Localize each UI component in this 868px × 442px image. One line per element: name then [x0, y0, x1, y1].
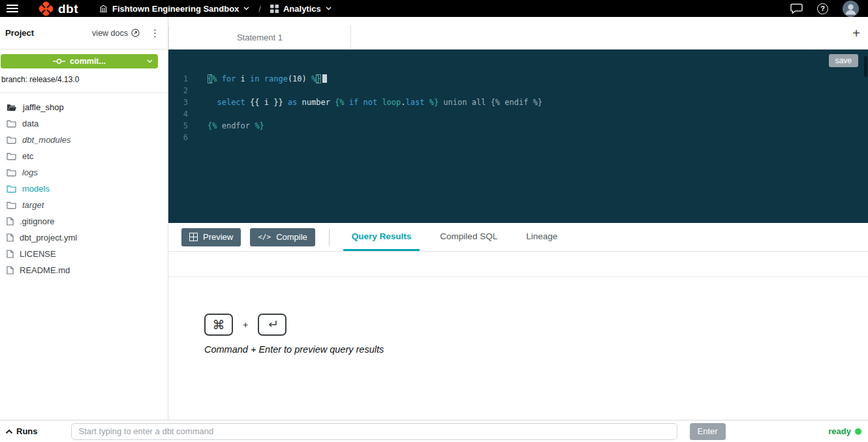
code-token: loop	[382, 98, 401, 107]
code-token: {%	[208, 121, 217, 130]
code-lines[interactable]: {% for i in range(10) %} select {{ i }} …	[193, 73, 542, 223]
code-token: i	[236, 74, 250, 83]
folder-icon	[7, 184, 16, 193]
tree-item-label: README.md	[20, 265, 70, 275]
shortcut-keys: ⌘ +	[204, 314, 287, 336]
project-name: Analytics	[283, 4, 321, 14]
code-line: {% for i in range(10) %}	[208, 73, 542, 85]
tree-item-gitignore[interactable]: .gitignore	[0, 213, 168, 229]
code-token: for	[222, 74, 236, 83]
code-token: {{ i }}	[245, 98, 288, 107]
code-token: range	[264, 74, 288, 83]
folder-icon	[7, 201, 16, 209]
editor-scrollbar[interactable]	[864, 56, 867, 77]
compile-button[interactable]: </> Compile	[250, 228, 315, 246]
code-token: (10)	[288, 74, 307, 83]
avatar[interactable]	[843, 1, 859, 17]
tree-item-etc[interactable]: etc	[0, 148, 168, 164]
tree-item-label: data	[22, 119, 39, 128]
commit-dropdown-chevron[interactable]	[147, 59, 153, 63]
add-tab-button[interactable]: +	[852, 25, 860, 41]
folder-open-icon	[7, 103, 17, 111]
save-button[interactable]: save	[829, 54, 858, 67]
code-token	[208, 98, 217, 107]
code-token	[424, 98, 429, 107]
tree-item-label: LICENSE	[20, 249, 56, 259]
results-tabs: Query Results Compiled SQL Lineage	[343, 223, 578, 251]
code-token: select	[217, 98, 245, 107]
sidebar-title: Project	[5, 28, 34, 38]
code-token	[345, 98, 349, 107]
tab-lineage[interactable]: Lineage	[518, 223, 566, 251]
tab-statement-1[interactable]: Statement 1	[168, 25, 351, 49]
chevron-down-icon	[147, 59, 153, 63]
view-docs-label: view docs	[92, 29, 128, 38]
building-icon	[99, 5, 108, 13]
runs-toggle[interactable]: Runs	[5, 426, 38, 436]
code-token: {%	[335, 98, 344, 107]
tree-item-dbt-modules[interactable]: dbt_modules	[0, 132, 168, 148]
tree-item-label: logs	[22, 168, 38, 177]
code-token: .	[401, 98, 405, 107]
tab-label: Statement 1	[237, 33, 283, 42]
tree-item-models[interactable]: models	[0, 181, 168, 197]
chat-icon[interactable]	[790, 3, 803, 14]
tree-item-readme-md[interactable]: README.md	[0, 262, 168, 278]
hamburger-menu-icon[interactable]	[7, 5, 18, 12]
code-area[interactable]: 123456 {% for i in range(10) %} select {…	[168, 73, 868, 223]
code-token: }	[316, 74, 320, 83]
code-token	[307, 74, 311, 83]
preview-button[interactable]: Preview	[181, 228, 241, 246]
dbt-command-input[interactable]	[71, 423, 677, 440]
kebab-menu-icon[interactable]: ⋮	[150, 28, 160, 38]
preview-hint-text: Command + Enter to preview query results	[204, 344, 384, 355]
org-selector[interactable]: Fishtown Engineering Sandbox	[99, 4, 249, 14]
file-tree: jaffle_shopdatadbt_modulesetclogsmodelst…	[0, 93, 168, 278]
dbt-logo-text: dbt	[58, 3, 78, 15]
line-number: 5	[168, 120, 193, 132]
file-icon	[7, 217, 14, 226]
chevron-down-icon	[326, 7, 332, 10]
line-number-gutter: 123456	[168, 73, 193, 223]
code-line	[208, 85, 542, 96]
code-token: {% endif %}	[491, 98, 542, 107]
tree-item-jaffle-shop[interactable]: jaffle_shop	[0, 99, 168, 115]
tree-item-data[interactable]: data	[0, 115, 168, 132]
help-icon[interactable]: ?	[817, 3, 828, 14]
command-key-icon: ⌘	[213, 317, 225, 332]
code-token: not	[363, 98, 377, 107]
tab-compiled-sql[interactable]: Compiled SQL	[431, 223, 506, 251]
tree-item-label: dbt_project.yml	[20, 233, 77, 243]
file-icon	[7, 266, 14, 274]
view-docs-icon	[131, 29, 140, 37]
tree-item-dbt-project-yml[interactable]: dbt_project.yml	[0, 229, 168, 246]
dbt-logo[interactable]: dbt	[38, 1, 78, 17]
code-editor[interactable]: save 123456 {% for i in range(10) %} sel…	[168, 50, 868, 223]
code-token: endfor	[222, 121, 250, 130]
project-selector[interactable]: Analytics	[270, 4, 332, 14]
code-token	[260, 74, 264, 83]
breadcrumb-separator: /	[258, 4, 261, 14]
tree-item-label: models	[22, 184, 50, 194]
chevron-down-icon	[243, 7, 249, 10]
top-bar: dbt Fishtown Engineering Sandbox / Analy…	[0, 0, 868, 17]
tree-item-logs[interactable]: logs	[0, 164, 168, 181]
ide-status: ready	[828, 426, 861, 436]
compile-button-label: Compile	[276, 232, 307, 242]
command-keycap: ⌘	[204, 314, 233, 336]
tab-query-results[interactable]: Query Results	[343, 223, 420, 251]
results-panel: ⌘ + Command + Enter to preview query res…	[168, 277, 868, 420]
runs-label: Runs	[16, 426, 38, 436]
dbt-logo-icon	[38, 1, 54, 17]
tree-item-target[interactable]: target	[0, 197, 168, 213]
preview-button-label: Preview	[203, 232, 233, 242]
code-line: {% endfor %}	[208, 120, 542, 132]
line-number: 1	[168, 73, 193, 85]
commit-button[interactable]: commit...	[1, 54, 158, 68]
tree-item-license[interactable]: LICENSE	[0, 246, 168, 262]
view-docs-link[interactable]: view docs	[92, 29, 140, 38]
tree-item-label: jaffle_shop	[23, 102, 64, 112]
org-name: Fishtown Engineering Sandbox	[112, 4, 239, 14]
tree-item-label: target	[22, 200, 44, 210]
enter-button[interactable]: Enter	[690, 423, 726, 440]
